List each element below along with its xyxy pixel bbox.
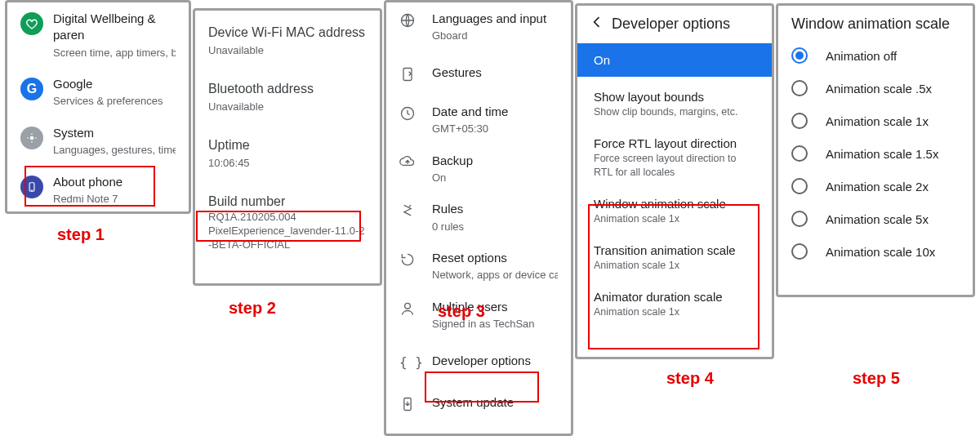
radio-label: Animation scale 1.5x [826,147,938,161]
radio-icon [791,47,808,64]
settings-item-google[interactable]: G Google Services & preferences [7,68,189,117]
about-item-build-number[interactable]: Build number RQ1A.210205.004 PixelExperi… [195,178,380,260]
step-label-3: step 3 [438,302,485,321]
system-item-system-update[interactable]: System update [386,383,571,420]
settings-item-digital-wellbeing[interactable]: Digital Wellbeing & paren Screen time, a… [7,2,189,68]
item-title: Google [53,76,176,92]
back-button[interactable] [589,14,612,33]
reset-icon [399,250,432,268]
radio-icon [791,80,808,96]
item-sub: Unavailable [208,100,367,114]
item-title: Animator duration scale [594,290,755,304]
panel-header: Developer options [577,6,772,43]
item-title: Window animation scale [594,197,755,211]
gestures-icon [399,65,432,82]
item-sub: RQ1A.210205.004 [208,211,367,225]
globe-icon [399,11,432,29]
radio-option-scale-2x[interactable]: Animation scale 2x [778,170,973,202]
system-item-gestures[interactable]: Gestures [386,51,571,96]
item-title: Reset options [432,250,558,266]
braces-icon: { } [399,353,432,370]
item-sub: Languages, gestures, time, b [53,143,176,158]
item-sub: Services & preferences [53,94,176,109]
backup-icon [399,153,432,171]
item-title: Bluetooth address [208,80,367,98]
radio-label: Animation off [826,49,897,63]
step-label-2: step 2 [229,299,276,318]
item-title: Digital Wellbeing & paren [53,11,176,44]
item-title: Build number [208,193,367,211]
wellbeing-icon [20,11,53,35]
system-item-backup[interactable]: Backup On [386,145,571,194]
clock-icon [399,104,432,122]
radio-option-scale-0-5x[interactable]: Animation scale .5x [778,72,973,105]
item-sub: Animation scale 1x [594,259,755,272]
item-sub: 10:06:45 [208,156,367,171]
step-label-5: step 5 [853,369,900,388]
item-sub: Redmi Note 7 [53,192,176,207]
radio-option-scale-5x[interactable]: Animation scale 5x [778,202,973,235]
about-item-bluetooth[interactable]: Bluetooth address Unavailable [195,65,380,122]
radio-label: Animation scale .5x [826,82,932,96]
about-phone-panel: Device Wi-Fi MAC address Unavailable Blu… [193,8,382,286]
system-item-date-time[interactable]: Date and time GMT+05:30 [386,96,571,145]
item-title: Force RTL layout direction [594,136,755,150]
google-icon: G [20,76,53,100]
window-animation-scale-dialog: Window animation scale Animation off Ani… [776,3,975,297]
dev-item-transition-animation-scale[interactable]: Transition animation scale Animation sca… [577,235,772,282]
radio-icon [791,178,808,194]
item-sub2: PixelExperience_lavender-11.0-2 [208,225,367,238]
developer-options-panel: Developer options On Show layout bounds … [575,3,774,359]
radio-label: Animation scale 10x [826,245,935,259]
radio-icon [791,211,808,227]
item-sub: Animation scale 1x [594,305,755,318]
dev-item-animator-duration-scale[interactable]: Animator duration scale Animation scale … [577,282,772,328]
settings-item-system[interactable]: System Languages, gestures, time, b [7,117,189,166]
system-item-developer-options[interactable]: { } Developer options [386,340,571,383]
item-sub: Show clip bounds, margins, etc. [594,105,755,118]
item-sub: Screen time, app timers, bed [53,46,176,60]
radio-label: Animation scale 2x [826,180,929,194]
dev-item-window-animation-scale[interactable]: Window animation scale Animation scale 1… [577,189,772,235]
item-title: Uptime [208,136,367,154]
item-title: Transition animation scale [594,243,755,257]
item-title: Developer options [432,353,558,369]
radio-icon [791,243,808,260]
panel-title: Developer options [612,16,730,33]
item-title: Gestures [432,65,558,81]
item-title: Languages and input [432,11,558,27]
system-item-languages[interactable]: Languages and input Gboard [386,2,571,51]
item-sub: 0 rules [432,220,558,234]
system-item-reset[interactable]: Reset options Network, apps or device ca… [386,242,571,291]
dev-item-force-rtl[interactable]: Force RTL layout direction Force screen … [577,128,772,189]
dev-item-layout-bounds[interactable]: Show layout bounds Show clip bounds, mar… [577,77,772,128]
developer-options-master-toggle[interactable]: On [577,43,772,77]
item-title: System update [432,394,558,411]
user-icon [399,299,432,317]
item-sub: Force screen layout direction to RTL for… [594,152,755,179]
system-item-rules[interactable]: Rules 0 rules [386,193,571,242]
about-item-uptime[interactable]: Uptime 10:06:45 [195,122,380,178]
radio-option-animation-off[interactable]: Animation off [778,39,973,72]
radio-option-scale-10x[interactable]: Animation scale 10x [778,235,973,268]
about-item-mac[interactable]: Device Wi-Fi MAC address Unavailable [195,11,380,65]
svg-point-6 [405,303,411,309]
update-icon [399,394,432,412]
item-sub: Gboard [432,29,558,43]
item-sub: GMT+05:30 [432,122,558,136]
radio-option-scale-1-5x[interactable]: Animation scale 1.5x [778,137,973,170]
settings-main-panel: Digital Wellbeing & paren Screen time, a… [5,0,191,214]
item-sub3: -BETA-OFFICIAL [208,238,367,252]
item-sub: Unavailable [208,43,367,58]
item-title: Backup [432,153,558,169]
radio-label: Animation scale 1x [826,114,929,128]
system-settings-panel: Languages and input Gboard Gestures Date… [384,0,573,436]
item-sub: Network, apps or device can [432,268,558,283]
item-title: About phone [53,174,176,190]
settings-item-about-phone[interactable]: About phone Redmi Note 7 [7,166,189,214]
radio-label: Animation scale 5x [826,212,929,226]
item-title: Device Wi-Fi MAC address [208,24,367,42]
item-title: Show layout bounds [594,90,755,104]
step-label-4: step 4 [666,369,714,388]
radio-option-scale-1x[interactable]: Animation scale 1x [778,105,973,137]
